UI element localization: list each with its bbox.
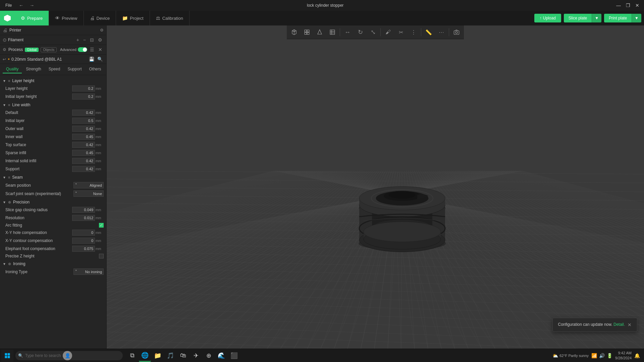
- taskbar-app-task-view[interactable]: ⧉: [126, 350, 138, 362]
- elephant-foot-input[interactable]: [72, 246, 95, 252]
- vp-rotate-btn[interactable]: ↻: [354, 27, 366, 38]
- filament-gear-btn[interactable]: ⚙: [97, 37, 104, 43]
- search-placeholder: Type here to search: [25, 353, 61, 358]
- arc-fitting-checkbox[interactable]: ✓: [99, 223, 104, 228]
- elephant-foot-label: Elephant foot compensation: [5, 246, 72, 251]
- tab-support[interactable]: Support: [64, 65, 85, 73]
- tab-preview[interactable]: 👁 Preview: [49, 11, 84, 25]
- start-btn[interactable]: [1, 350, 13, 362]
- vp-layout-btn[interactable]: [326, 27, 338, 38]
- notification-detail-link[interactable]: Detail.: [613, 322, 625, 327]
- tab-others[interactable]: Others: [86, 65, 104, 73]
- taskbar-clock[interactable]: 9:42 AM 9/28/2024: [615, 351, 632, 360]
- objects-tag[interactable]: Objects: [41, 47, 57, 52]
- filament-edit-btn[interactable]: ⊟: [89, 37, 95, 43]
- sparse-infill-input[interactable]: [72, 150, 95, 156]
- default-input[interactable]: [72, 110, 95, 116]
- vp-scale-btn[interactable]: ⤡: [367, 27, 379, 38]
- maximize-btn[interactable]: ❐: [624, 1, 632, 9]
- left-panel: 🖨 Printer ⚙ ⊙ Filament + − ⊟ ⚙ ⚙ Process…: [0, 25, 107, 349]
- slice-gap-input[interactable]: [72, 207, 95, 213]
- tab-speed[interactable]: Speed: [45, 65, 64, 73]
- tab-project[interactable]: 📁 Project: [116, 11, 150, 25]
- vp-snapshot-btn[interactable]: [450, 27, 463, 38]
- precise-z-checkbox[interactable]: [99, 254, 104, 258]
- sound-icon[interactable]: 🔊: [599, 353, 605, 358]
- inner-wall-input[interactable]: [72, 134, 95, 140]
- profile-search-btn[interactable]: 🔍: [97, 56, 104, 62]
- line-width-section-header[interactable]: ▼ ≡ Line width: [0, 101, 106, 109]
- resolution-input[interactable]: [72, 215, 95, 221]
- initial-layer-input[interactable]: [72, 118, 95, 124]
- xy-contour-input[interactable]: [72, 238, 95, 244]
- internal-solid-infill-input[interactable]: [72, 158, 95, 164]
- initial-layer-height-input[interactable]: [72, 94, 95, 100]
- vp-paint-btn[interactable]: 🖌: [382, 27, 394, 38]
- taskbar-app-edge[interactable]: 🌊: [215, 350, 227, 362]
- battery-icon[interactable]: 🔋: [607, 353, 612, 358]
- ironing-section-header[interactable]: ▼ ⊕ Ironing: [0, 259, 106, 267]
- layer-height-section-header[interactable]: ▼ ≡ Layer height: [0, 76, 106, 84]
- ironing-type-dropdown[interactable]: ˅ No ironing: [73, 268, 104, 275]
- svg-rect-31: [8, 353, 10, 355]
- layer-height-input[interactable]: [72, 85, 95, 92]
- vp-move-btn[interactable]: ↔: [341, 27, 354, 38]
- precision-section-header[interactable]: ▼ ⊕ Precision: [0, 198, 106, 206]
- taskbar-app-spotify[interactable]: 🎵: [164, 350, 176, 362]
- 3d-viewport[interactable]: ↔ ↻ ⤡ 🖌 ✂ ⋮ 📏 ⋯: [107, 25, 644, 349]
- nav-back-btn[interactable]: ←: [17, 1, 25, 9]
- taskbar-app-extra[interactable]: ⊕: [203, 350, 215, 362]
- tab-prepare[interactable]: ⚙ Prepare: [15, 11, 49, 25]
- settings-area: ▼ ≡ Layer height Layer height mm Initial…: [0, 75, 106, 349]
- vp-cut-btn[interactable]: ✂: [395, 27, 407, 38]
- vp-more-btn[interactable]: ⋯: [435, 27, 447, 38]
- minimize-btn[interactable]: —: [614, 1, 623, 9]
- vp-orient-btn[interactable]: [314, 27, 326, 38]
- tab-quality[interactable]: Quality: [3, 65, 22, 73]
- slice-arrow-btn[interactable]: ▼: [592, 14, 601, 22]
- taskbar-search[interactable]: 🔍 Type here to search 👤: [15, 351, 123, 360]
- taskbar-app-telegram[interactable]: ✈: [190, 350, 202, 362]
- outer-wall-input[interactable]: [72, 126, 95, 132]
- top-surface-input[interactable]: [72, 142, 95, 148]
- network-icon[interactable]: 📶: [591, 353, 597, 358]
- process-close-btn[interactable]: ✕: [97, 46, 104, 53]
- scarf-joint-dropdown[interactable]: ˅ None: [73, 190, 104, 197]
- upload-btn[interactable]: ↑ Upload: [534, 14, 561, 22]
- file-menu-item[interactable]: File: [3, 2, 14, 9]
- xy-hole-input[interactable]: [72, 230, 95, 236]
- taskbar-app-explorer[interactable]: 📁: [152, 350, 164, 362]
- notification-close-btn[interactable]: ✕: [628, 322, 632, 327]
- printer-gear-icon[interactable]: ⚙: [100, 28, 104, 33]
- support-input[interactable]: [72, 166, 95, 172]
- seam-section-header[interactable]: ▼ ≡ Seam: [0, 173, 106, 181]
- filament-add-btn[interactable]: +: [75, 37, 80, 43]
- seam-position-dropdown[interactable]: ˅ Aligned: [73, 182, 104, 188]
- tab-calibration[interactable]: ⚖ Calibration: [150, 11, 190, 25]
- global-tag[interactable]: Global: [25, 48, 39, 52]
- tab-strength[interactable]: Strength: [22, 65, 44, 73]
- profile-save-btn[interactable]: 💾: [88, 56, 95, 62]
- process-list-btn[interactable]: ☰: [89, 46, 96, 53]
- vp-cube-btn[interactable]: [288, 27, 300, 38]
- precision-section-title: Precision: [13, 200, 30, 204]
- slice-btn[interactable]: Slice plate: [564, 14, 592, 22]
- vp-grid-btn[interactable]: [301, 27, 313, 38]
- print-arrow-btn[interactable]: ▼: [632, 14, 641, 22]
- taskbar-app-chrome[interactable]: 🌐: [139, 350, 151, 362]
- advanced-toggle-switch[interactable]: [78, 47, 87, 52]
- notification-area[interactable]: 🔔: [634, 353, 640, 358]
- close-btn[interactable]: ✕: [633, 1, 641, 9]
- vp-support-btn[interactable]: ⋮: [408, 27, 420, 38]
- logo-home[interactable]: [0, 11, 15, 25]
- filament-remove-btn[interactable]: −: [82, 37, 87, 43]
- vp-measure-btn[interactable]: 📏: [423, 27, 435, 38]
- profile-collapse-icon[interactable]: ↩: [3, 57, 6, 62]
- print-btn[interactable]: Print plate: [604, 14, 632, 22]
- elephant-foot-row: Elephant foot compensation mm: [0, 245, 106, 253]
- taskbar-app-green[interactable]: ⬛: [228, 350, 240, 362]
- nav-forward-btn[interactable]: →: [28, 1, 36, 9]
- taskbar-app-store[interactable]: 🛍: [177, 350, 189, 362]
- system-icons: 📶 🔊 🔋: [591, 353, 612, 358]
- tab-device[interactable]: 🖨 Device: [84, 11, 116, 25]
